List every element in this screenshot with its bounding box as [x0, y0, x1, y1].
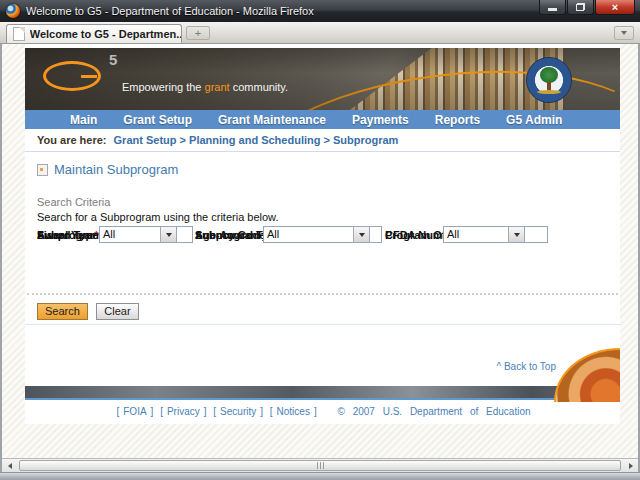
- close-button[interactable]: ×: [595, 0, 635, 15]
- copyright-text: © 2007 U.S. Department of Education: [337, 406, 530, 417]
- footer-links: [FOIA] [Privacy] [Security] [Notices] © …: [25, 406, 620, 417]
- minimize-button[interactable]: [539, 0, 566, 15]
- nav-item-grant-setup[interactable]: Grant Setup: [110, 113, 205, 127]
- bracket: ]: [151, 406, 154, 417]
- g5-logo-g-bar: [81, 75, 97, 78]
- classroom-chairs-image: [554, 348, 620, 402]
- window-title: Welcome to G5 - Department of Education …: [26, 0, 314, 22]
- broken-image-icon: [37, 164, 48, 176]
- page-icon: [13, 27, 25, 41]
- award-type-label: Award Type: [37, 226, 98, 244]
- main-nav: Main Grant Setup Grant Maintenance Payme…: [25, 110, 620, 129]
- scroll-right-icon: [629, 463, 633, 469]
- g5-banner: 5 Empowering the grant community.: [25, 48, 620, 110]
- page-content: 5 Empowering the grant community. Main G…: [25, 44, 620, 424]
- breadcrumb-path[interactable]: Grant Setup > Planning and Scheduling > …: [114, 134, 399, 146]
- breadcrumb-prefix: You are here:: [37, 134, 107, 146]
- tab-title: Welcome to G5 - Departmen...: [30, 28, 181, 40]
- chevron-down-icon: [621, 31, 627, 35]
- tagline-pre: Empowering the: [122, 81, 205, 93]
- bracket: [: [160, 406, 163, 417]
- tagline: Empowering the grant community.: [122, 81, 288, 93]
- bracket: ]: [260, 406, 263, 417]
- tagline-post: community.: [230, 81, 288, 93]
- page-viewport: 5 Empowering the grant community. Main G…: [2, 44, 638, 458]
- tab-strip: Welcome to G5 - Departmen... +: [0, 22, 640, 44]
- seal-ground: [537, 90, 561, 94]
- dropdown-arrow-icon[interactable]: [353, 227, 369, 242]
- nav-item-main[interactable]: Main: [57, 113, 110, 127]
- bracket: [: [270, 406, 273, 417]
- thumb-grip: [323, 462, 324, 469]
- footer-link-security[interactable]: Security: [220, 406, 256, 417]
- search-button[interactable]: Search: [37, 303, 88, 320]
- page-title-row: Maintain Subprogram: [37, 162, 178, 177]
- bracket: [: [116, 406, 119, 417]
- new-tab-button[interactable]: +: [186, 26, 210, 40]
- search-form: Fiscal Year* Agency Code 84 CFDA Number …: [25, 226, 620, 292]
- tagline-grant: grant: [205, 81, 230, 93]
- title-bar[interactable]: Welcome to G5 - Department of Education …: [0, 0, 640, 22]
- nav-item-reports[interactable]: Reports: [422, 113, 493, 127]
- footer-link-notices[interactable]: Notices: [277, 406, 310, 417]
- footer-image-bar: [25, 386, 620, 400]
- form-row: Award Type All Sub-Award Type All: [25, 226, 620, 246]
- breadcrumb: You are here: Grant Setup > Planning and…: [25, 129, 620, 152]
- bracket: ]: [314, 406, 317, 417]
- thumb-grip: [320, 462, 321, 469]
- dropdown-arrow-icon[interactable]: [160, 227, 176, 242]
- footer-link-privacy[interactable]: Privacy: [167, 406, 200, 417]
- clear-button[interactable]: Clear: [96, 303, 138, 320]
- award-type-select[interactable]: All: [99, 226, 177, 243]
- thumb-grip: [317, 462, 318, 469]
- browser-window: Welcome to G5 - Department of Education …: [0, 0, 640, 480]
- search-criteria-label: Search Criteria: [37, 196, 110, 208]
- search-instructions: Search for a Subprogram using the criter…: [37, 211, 279, 223]
- nav-item-g5-admin[interactable]: G5 Admin: [493, 113, 575, 127]
- scroll-left-icon: [8, 463, 12, 469]
- horizontal-scrollbar[interactable]: [2, 458, 638, 472]
- page-title: Maintain Subprogram: [54, 162, 178, 177]
- seal-tree-icon: [540, 67, 558, 83]
- nav-item-payments[interactable]: Payments: [339, 113, 422, 127]
- bracket: [: [213, 406, 216, 417]
- scroll-left-button[interactable]: [2, 460, 17, 471]
- minimize-icon: [548, 8, 557, 11]
- footer-link-foia[interactable]: FOIA: [123, 406, 146, 417]
- scroll-right-button[interactable]: [623, 460, 638, 471]
- department-of-education-seal: [526, 57, 572, 103]
- window-frame-bottom: [0, 472, 640, 480]
- window-controls: ×: [538, 0, 635, 15]
- restore-icon: [576, 3, 585, 11]
- tab-welcome-g5[interactable]: Welcome to G5 - Departmen...: [6, 24, 182, 43]
- dotted-separator: [27, 293, 618, 295]
- restore-button[interactable]: [567, 0, 594, 15]
- close-icon: ×: [612, 1, 618, 14]
- list-all-tabs-button[interactable]: [614, 26, 634, 40]
- firefox-icon: [6, 4, 20, 18]
- scrollbar-thumb[interactable]: [19, 460, 621, 471]
- g5-logo-5: 5: [109, 51, 117, 68]
- nav-item-grant-maintenance[interactable]: Grant Maintenance: [205, 113, 339, 127]
- sub-award-type-select[interactable]: All: [263, 226, 370, 243]
- bracket: ]: [204, 406, 207, 417]
- form-buttons: Search Clear: [37, 301, 143, 320]
- section-separator: [25, 324, 620, 325]
- back-to-top-link[interactable]: ^ Back to Top: [496, 361, 556, 372]
